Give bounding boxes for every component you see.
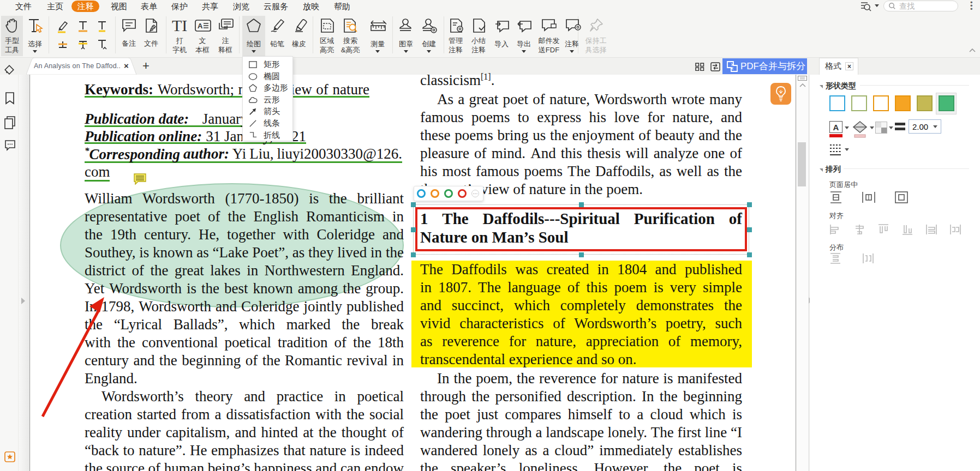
svg-text:A: A: [198, 22, 203, 30]
